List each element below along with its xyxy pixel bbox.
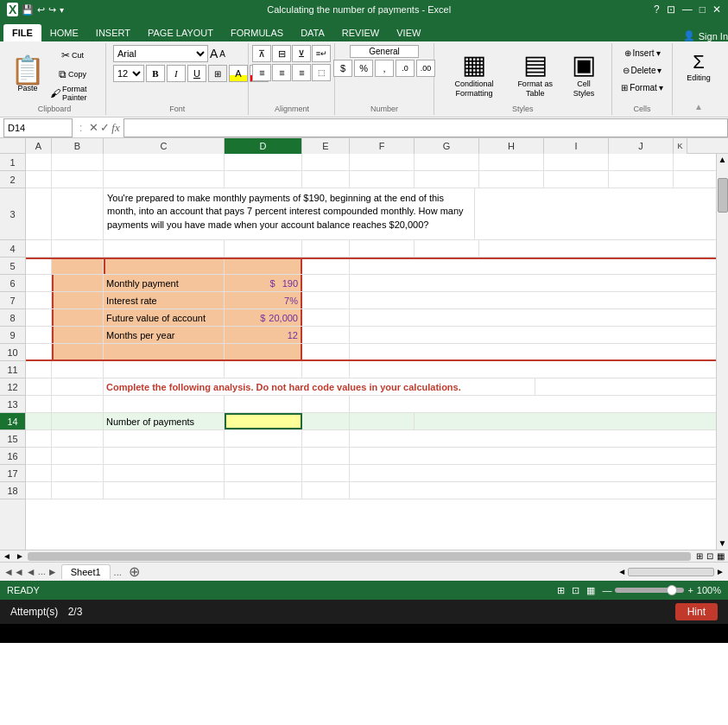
cell-c5[interactable]: [104, 259, 225, 274]
tab-file[interactable]: FILE: [3, 24, 41, 41]
grid-view-status-icon[interactable]: ⊞: [557, 585, 565, 596]
page-view-status-icon[interactable]: ⊡: [572, 585, 579, 596]
cell-c17[interactable]: [104, 465, 225, 481]
delete-cells-button[interactable]: ⊖ Delete ▾: [619, 62, 666, 78]
cell-g4[interactable]: [415, 240, 479, 257]
cell-a4[interactable]: [26, 240, 52, 257]
font-shrink-icon[interactable]: A: [219, 49, 225, 59]
cell-d1[interactable]: [225, 154, 302, 170]
scroll-left-button[interactable]: ◄: [0, 551, 14, 561]
zoom-slider-thumb[interactable]: [667, 585, 677, 595]
bold-button[interactable]: B: [146, 65, 165, 82]
align-middle-button[interactable]: ⊟: [272, 45, 291, 62]
formula-input[interactable]: [123, 118, 728, 137]
cell-a12[interactable]: [26, 378, 52, 395]
cell-e5[interactable]: [302, 259, 350, 274]
align-bottom-button[interactable]: ⊻: [292, 45, 311, 62]
number-format-select[interactable]: General: [350, 45, 419, 58]
scroll-right-button[interactable]: ►: [14, 551, 26, 561]
cut-button[interactable]: ✂ Cut: [47, 47, 98, 64]
fill-color-button[interactable]: A: [229, 65, 248, 82]
cell-e9[interactable]: [302, 327, 350, 343]
col-header-i[interactable]: I: [544, 138, 609, 154]
row-header-3[interactable]: 3: [0, 188, 25, 240]
row-header-5[interactable]: 5: [0, 258, 25, 275]
cell-e1[interactable]: [302, 154, 350, 170]
cell-e18[interactable]: [302, 482, 350, 499]
vertical-scrollbar[interactable]: ▲ ▼: [716, 154, 728, 550]
insert-cells-button[interactable]: ⊕ Insert ▾: [621, 45, 664, 60]
cell-b18[interactable]: [52, 482, 104, 499]
cell-c15[interactable]: [104, 430, 225, 447]
col-header-k[interactable]: K: [674, 138, 687, 154]
cell-a9[interactable]: [26, 327, 52, 343]
cell-c13[interactable]: [104, 396, 225, 412]
grid-view-icon[interactable]: ⊞: [696, 551, 703, 561]
row-header-13[interactable]: 13: [0, 396, 25, 413]
cell-b12[interactable]: [52, 378, 104, 395]
cell-b15[interactable]: [52, 430, 104, 447]
row-header-2[interactable]: 2: [0, 171, 25, 188]
tab-prev-button[interactable]: ◄: [26, 566, 36, 578]
hint-button[interactable]: Hint: [675, 603, 718, 620]
cell-j2[interactable]: [609, 171, 674, 188]
merge-center-button[interactable]: ⬚: [312, 64, 331, 81]
cell-a5[interactable]: [26, 259, 52, 274]
cell-d10[interactable]: [225, 344, 302, 359]
col-header-e[interactable]: E: [302, 138, 350, 154]
cell-a10[interactable]: [26, 344, 52, 359]
increase-decimal-button[interactable]: .0: [396, 60, 415, 77]
cancel-formula-icon[interactable]: ✕: [89, 121, 98, 135]
col-header-h[interactable]: H: [479, 138, 544, 154]
cell-c18[interactable]: [104, 482, 225, 499]
font-name-select[interactable]: Arial: [113, 45, 208, 62]
underline-button[interactable]: U: [187, 65, 206, 82]
tab-next-button[interactable]: ►: [47, 566, 58, 578]
quick-save-icon[interactable]: 💾: [22, 4, 34, 16]
italic-button[interactable]: I: [167, 65, 186, 82]
cell-d6[interactable]: $ 190: [225, 275, 302, 291]
cell-c9[interactable]: Months per year: [104, 327, 225, 343]
cell-b10[interactable]: [52, 344, 104, 359]
cell-a14[interactable]: [26, 413, 52, 429]
cell-e11[interactable]: [302, 361, 350, 378]
decrease-decimal-button[interactable]: .00: [416, 60, 435, 77]
tab-view[interactable]: VIEW: [388, 24, 429, 41]
cell-f14[interactable]: [350, 413, 415, 429]
scroll-up-button[interactable]: ▲: [719, 154, 727, 166]
format-painter-button[interactable]: 🖌 Format Painter: [47, 85, 98, 102]
conditional-formatting-button[interactable]: ▦ Conditional Formatting: [441, 47, 508, 102]
cell-e2[interactable]: [302, 171, 350, 188]
cell-d13[interactable]: [225, 396, 302, 412]
row-header-8[interactable]: 8: [0, 309, 25, 327]
cell-d2[interactable]: [225, 171, 302, 188]
tab-data[interactable]: DATA: [292, 24, 333, 41]
col-header-a[interactable]: A: [26, 138, 52, 154]
cell-b5[interactable]: [52, 259, 104, 274]
row-header-10[interactable]: 10: [0, 344, 25, 361]
add-sheet-button[interactable]: ⊕: [129, 563, 140, 580]
cell-a8[interactable]: [26, 309, 52, 326]
cell-c10[interactable]: [104, 344, 225, 359]
cell-e14[interactable]: [302, 413, 350, 429]
row-header-9[interactable]: 9: [0, 327, 25, 344]
row-header-7[interactable]: 7: [0, 292, 25, 309]
cell-b8[interactable]: [52, 309, 104, 326]
cell-c8[interactable]: Future value of account: [104, 309, 225, 326]
cell-a18[interactable]: [26, 482, 52, 499]
row-header-17[interactable]: 17: [0, 465, 25, 482]
zoom-in-button[interactable]: +: [687, 585, 693, 595]
font-grow-icon[interactable]: A: [210, 47, 218, 60]
cell-c3-merged[interactable]: You're prepared to make monthly payments…: [104, 188, 475, 240]
col-header-d[interactable]: D: [225, 138, 302, 154]
row-header-11[interactable]: 11: [0, 361, 25, 378]
cell-i2[interactable]: [544, 171, 609, 188]
cell-b4[interactable]: [52, 240, 104, 257]
cell-j1[interactable]: [609, 154, 674, 170]
redo-icon[interactable]: ↪: [48, 4, 56, 16]
cell-d17[interactable]: [225, 465, 302, 481]
tab-home[interactable]: HOME: [41, 24, 87, 41]
cell-f1[interactable]: [350, 154, 415, 170]
cell-d15[interactable]: [225, 430, 302, 447]
scroll-down-button[interactable]: ▼: [719, 537, 727, 550]
